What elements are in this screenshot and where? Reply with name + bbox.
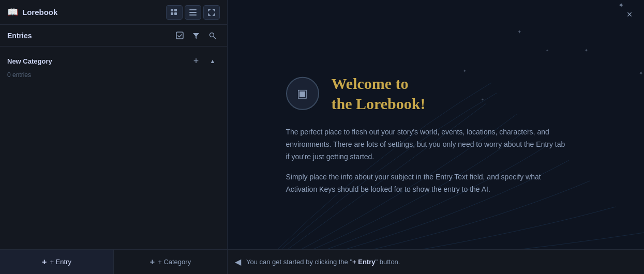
welcome-panel: ▣ Welcome to the Lorebook! The perfect p… (286, 73, 586, 196)
category-section: New Category + ▲ 0 entries (0, 47, 227, 153)
svg-rect-3 (174, 12, 177, 15)
welcome-title-line1: Welcome to (332, 73, 426, 94)
book-icon: 📖 (7, 7, 18, 18)
welcome-header: ▣ Welcome to the Lorebook! (286, 73, 426, 114)
lorebook-icon-circle: ▣ (286, 77, 319, 110)
collapse-category-button[interactable]: ▲ (205, 54, 220, 68)
svg-rect-7 (176, 32, 183, 39)
welcome-description: The perfect place to flesh out your stor… (286, 126, 565, 163)
search-button[interactable] (205, 29, 220, 42)
category-name: New Category (7, 57, 52, 65)
main-content: ✦ ✦ ✦ ✦ ✦ ✦ ✦ ✦ ✦ × ▣ Welcome to the Lor… (228, 0, 644, 274)
welcome-title-line2: the Lorebook! (332, 94, 426, 114)
svg-line-9 (214, 36, 216, 39)
hint-before: You can get started by clicking the " (246, 258, 352, 266)
hint-after: " button. (375, 258, 400, 266)
lorebook-inner-icon: ▣ (297, 87, 308, 100)
svg-text:✦: ✦ (463, 69, 467, 73)
add-to-category-button[interactable]: + (189, 54, 203, 68)
svg-rect-0 (171, 9, 173, 11)
add-category-button[interactable]: + + Category (114, 250, 227, 274)
add-entry-label: + Entry (50, 258, 71, 266)
add-category-icon: + (150, 257, 155, 267)
category-actions: + ▲ (189, 54, 220, 68)
check-entries-button[interactable] (172, 29, 187, 42)
expand-button[interactable] (203, 5, 220, 20)
lorebook-title: 📖 Lorebook (7, 7, 57, 18)
svg-text:✦: ✦ (546, 49, 549, 53)
svg-text:✦: ✦ (517, 29, 521, 35)
svg-rect-2 (171, 12, 173, 15)
entries-label: Entries (7, 32, 32, 40)
svg-point-8 (210, 33, 214, 37)
add-category-label: + Category (158, 258, 191, 266)
bottom-bar: + + Entry + + Category (0, 249, 227, 274)
svg-rect-1 (174, 9, 177, 11)
welcome-title: Welcome to the Lorebook! (332, 73, 426, 114)
svg-text:✦: ✦ (639, 70, 643, 76)
grid-view-button[interactable] (166, 5, 183, 20)
list-view-button[interactable] (185, 5, 201, 20)
svg-rect-5 (189, 12, 197, 13)
hint-bar: ◀ You can get started by clicking the "+… (228, 249, 644, 274)
svg-text:✦: ✦ (585, 48, 588, 53)
category-header: New Category + ▲ (0, 52, 227, 70)
header-icons (166, 5, 220, 20)
sidebar: 📖 Lorebook (0, 0, 228, 274)
hint-text: You can get started by clicking the "+ E… (246, 258, 400, 266)
add-entry-button[interactable]: + + Entry (0, 250, 114, 274)
lorebook-label: Lorebook (22, 8, 57, 17)
hint-button-name: + Entry (352, 258, 375, 266)
add-entry-icon: + (42, 257, 47, 267)
svg-rect-6 (189, 14, 197, 16)
entries-bar: Entries (0, 25, 227, 47)
entries-actions (172, 29, 220, 42)
close-button[interactable]: × (622, 7, 637, 22)
sidebar-header: 📖 Lorebook (0, 0, 227, 25)
filter-button[interactable] (189, 29, 203, 42)
entries-count: 0 entries (0, 71, 227, 79)
welcome-description2: Simply place the info about your subject… (286, 171, 565, 196)
svg-rect-4 (189, 9, 197, 10)
close-icon: × (627, 9, 633, 20)
hint-arrow-icon: ◀ (235, 257, 241, 267)
